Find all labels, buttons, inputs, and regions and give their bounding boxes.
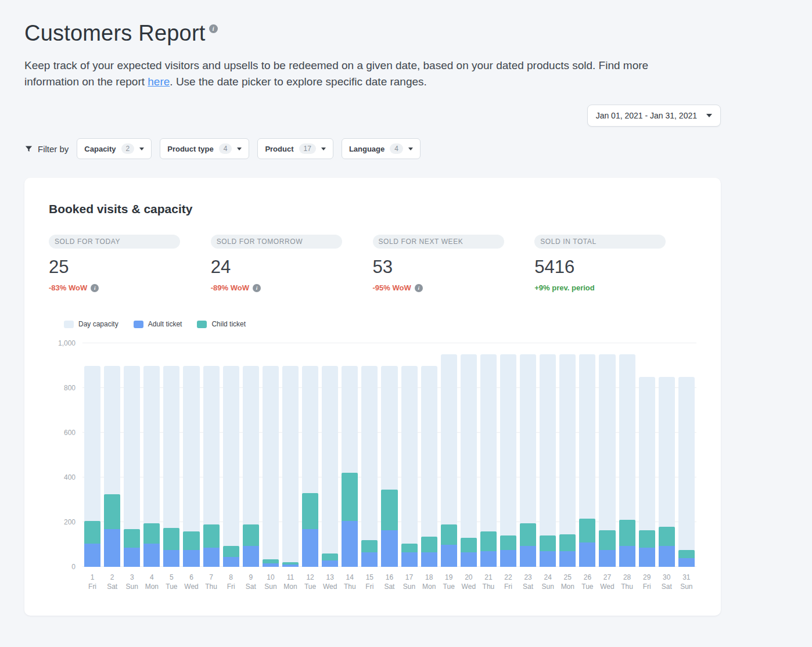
adult-ticket-segment[interactable] — [342, 521, 358, 567]
adult-ticket-segment[interactable] — [223, 557, 239, 567]
adult-ticket-segment[interactable] — [540, 551, 556, 567]
stacked-bar[interactable] — [203, 524, 220, 567]
bar-column-day-25[interactable] — [559, 343, 576, 567]
delta-info-icon[interactable]: i — [415, 284, 423, 292]
child-ticket-segment[interactable] — [302, 493, 318, 529]
stacked-bar[interactable] — [223, 546, 239, 567]
bar-column-day-2[interactable] — [104, 343, 120, 567]
adult-ticket-segment[interactable] — [520, 546, 536, 567]
bar-column-day-16[interactable] — [381, 343, 397, 567]
bar-column-day-31[interactable] — [678, 343, 695, 567]
adult-ticket-segment[interactable] — [322, 560, 338, 567]
stacked-bar[interactable] — [480, 531, 497, 567]
bar-column-day-12[interactable] — [302, 343, 318, 567]
adult-ticket-segment[interactable] — [559, 551, 576, 567]
child-ticket-segment[interactable] — [540, 535, 556, 551]
bar-column-day-18[interactable] — [421, 343, 437, 567]
day-capacity-bar[interactable] — [263, 366, 279, 567]
bar-column-day-19[interactable] — [441, 343, 457, 567]
child-ticket-segment[interactable] — [599, 530, 615, 551]
child-ticket-segment[interactable] — [381, 490, 397, 530]
adult-ticket-segment[interactable] — [461, 552, 477, 567]
bar-column-day-11[interactable] — [282, 343, 299, 567]
stacked-bar[interactable] — [441, 524, 457, 567]
adult-ticket-segment[interactable] — [263, 563, 279, 567]
adult-ticket-segment[interactable] — [401, 552, 418, 567]
filter-dropdown-language[interactable]: Language4 — [342, 138, 421, 159]
child-ticket-segment[interactable] — [480, 531, 497, 552]
child-ticket-segment[interactable] — [263, 559, 279, 564]
stacked-bar[interactable] — [104, 494, 120, 567]
stacked-bar[interactable] — [342, 473, 358, 567]
child-ticket-segment[interactable] — [104, 494, 120, 529]
child-ticket-segment[interactable] — [322, 553, 338, 560]
child-ticket-segment[interactable] — [401, 544, 418, 552]
delta-info-icon[interactable]: i — [91, 284, 99, 292]
stacked-bar[interactable] — [619, 520, 635, 567]
adult-ticket-segment[interactable] — [619, 546, 635, 567]
bar-column-day-10[interactable] — [263, 343, 279, 567]
bar-column-day-29[interactable] — [639, 343, 655, 567]
stacked-bar[interactable] — [263, 559, 279, 567]
title-info-icon[interactable]: i — [209, 24, 218, 33]
child-ticket-segment[interactable] — [163, 528, 179, 551]
stacked-bar[interactable] — [579, 519, 595, 567]
bar-column-day-22[interactable] — [500, 343, 516, 567]
legend-item-adult-ticket[interactable]: Adult ticket — [134, 320, 182, 328]
bar-column-day-5[interactable] — [163, 343, 179, 567]
bar-column-day-15[interactable] — [361, 343, 378, 567]
child-ticket-segment[interactable] — [678, 550, 695, 558]
stacked-bar[interactable] — [183, 531, 199, 567]
bar-column-day-23[interactable] — [520, 343, 536, 567]
date-range-picker[interactable]: Jan 01, 2021 - Jan 31, 2021 — [587, 105, 721, 127]
child-ticket-segment[interactable] — [361, 540, 378, 552]
child-ticket-segment[interactable] — [84, 521, 100, 544]
bar-column-day-14[interactable] — [342, 343, 358, 567]
bar-column-day-17[interactable] — [401, 343, 418, 567]
adult-ticket-segment[interactable] — [579, 542, 595, 567]
day-capacity-bar[interactable] — [461, 354, 477, 567]
report-info-link[interactable]: here — [148, 76, 170, 88]
bar-column-day-8[interactable] — [223, 343, 239, 567]
child-ticket-segment[interactable] — [143, 523, 160, 544]
bar-column-day-30[interactable] — [659, 343, 675, 567]
child-ticket-segment[interactable] — [243, 524, 259, 546]
stacked-bar[interactable] — [163, 528, 179, 567]
stacked-bar[interactable] — [559, 534, 576, 567]
bar-column-day-3[interactable] — [124, 343, 140, 567]
bar-column-day-7[interactable] — [203, 343, 220, 567]
adult-ticket-segment[interactable] — [183, 550, 199, 567]
adult-ticket-segment[interactable] — [243, 546, 259, 567]
bar-column-day-24[interactable] — [540, 343, 556, 567]
child-ticket-segment[interactable] — [421, 537, 437, 552]
bar-column-day-26[interactable] — [579, 343, 595, 567]
day-capacity-bar[interactable] — [678, 377, 695, 567]
bar-column-day-28[interactable] — [619, 343, 635, 567]
delta-info-icon[interactable]: i — [253, 284, 261, 292]
adult-ticket-segment[interactable] — [84, 544, 100, 567]
child-ticket-segment[interactable] — [124, 529, 140, 548]
stacked-bar[interactable] — [500, 535, 516, 567]
filter-dropdown-product[interactable]: Product17 — [257, 138, 333, 159]
adult-ticket-segment[interactable] — [124, 548, 140, 567]
child-ticket-segment[interactable] — [461, 538, 477, 552]
stacked-bar[interactable] — [678, 550, 695, 567]
child-ticket-segment[interactable] — [500, 535, 516, 550]
bar-column-day-1[interactable] — [84, 343, 100, 567]
adult-ticket-segment[interactable] — [599, 550, 615, 567]
adult-ticket-segment[interactable] — [361, 552, 378, 567]
day-capacity-bar[interactable] — [282, 366, 299, 567]
stacked-bar[interactable] — [520, 523, 536, 567]
bar-column-day-13[interactable] — [322, 343, 338, 567]
stacked-bar[interactable] — [282, 562, 299, 567]
stacked-bar[interactable] — [143, 523, 160, 567]
bar-column-day-6[interactable] — [183, 343, 199, 567]
stacked-bar[interactable] — [381, 490, 397, 567]
adult-ticket-segment[interactable] — [421, 552, 437, 567]
adult-ticket-segment[interactable] — [302, 529, 318, 567]
child-ticket-segment[interactable] — [520, 523, 536, 546]
stacked-bar[interactable] — [361, 540, 378, 567]
bar-column-day-20[interactable] — [461, 343, 477, 567]
child-ticket-segment[interactable] — [559, 534, 576, 551]
bar-column-day-4[interactable] — [143, 343, 160, 567]
